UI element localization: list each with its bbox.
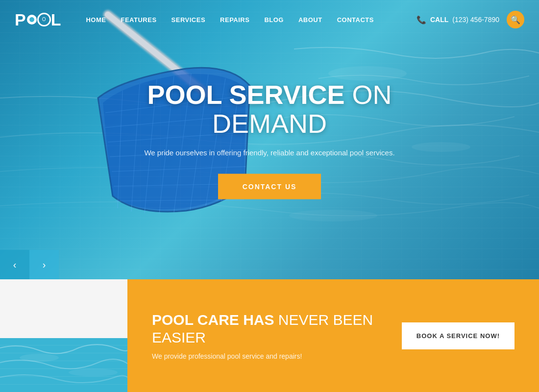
nav-home[interactable]: HOME — [86, 16, 106, 24]
hero-title: POOL SERVICE ON DEMAND — [98, 80, 441, 139]
logo[interactable]: POL — [15, 10, 61, 29]
bottom-heading-bold: POOL CARE HAS — [152, 312, 274, 328]
bottom-subtext: We provide professional pool service and… — [152, 352, 382, 360]
nav-blog[interactable]: BLOG — [264, 16, 284, 24]
nav-about[interactable]: ABOUT — [298, 16, 322, 24]
pool-water-thumbnail — [0, 338, 127, 392]
hero-title-bold: POOL SERVICE — [147, 80, 344, 109]
prev-slide-button[interactable]: ‹ — [0, 250, 29, 279]
svg-point-22 — [69, 368, 118, 376]
phone-section: 📞 CALL (123) 456-7890 — [416, 15, 499, 24]
nav-contacts[interactable]: CONTACTS — [337, 16, 374, 24]
search-icon: 🔍 — [511, 15, 520, 24]
main-nav: HOME FEATURES SERVICES REPAIRS BLOG ABOU… — [86, 16, 416, 24]
svg-point-21 — [20, 354, 59, 362]
header-right: 📞 CALL (123) 456-7890 🔍 — [416, 11, 524, 28]
svg-rect-20 — [0, 338, 127, 392]
next-slide-button[interactable]: › — [29, 250, 59, 279]
contact-us-button[interactable]: CONTACT US — [218, 173, 321, 199]
call-label: CALL — [430, 16, 448, 24]
nav-features[interactable]: FEATURES — [121, 16, 156, 24]
hero-section: POL HOME FEATURES SERVICES REPAIRS BLOG … — [0, 0, 539, 279]
phone-number: (123) 456-7890 — [452, 16, 499, 24]
bottom-left-panel — [0, 279, 127, 392]
hero-subtitle: We pride ourselves in offering friendly,… — [98, 148, 441, 156]
bottom-text-block: POOL CARE HAS NEVER BEEN EASIER We provi… — [152, 311, 382, 360]
bottom-right-panel: POOL CARE HAS NEVER BEEN EASIER We provi… — [127, 279, 539, 392]
slider-controls: ‹ › — [0, 250, 59, 279]
search-button[interactable]: 🔍 — [507, 11, 524, 28]
hero-content: POOL SERVICE ON DEMAND We pride ourselve… — [98, 80, 441, 199]
bottom-left-white — [0, 279, 127, 338]
bottom-section: POOL CARE HAS NEVER BEEN EASIER We provi… — [0, 279, 539, 392]
bottom-heading: POOL CARE HAS NEVER BEEN EASIER — [152, 311, 382, 346]
header: POL HOME FEATURES SERVICES REPAIRS BLOG … — [0, 0, 539, 39]
nav-repairs[interactable]: REPAIRS — [220, 16, 249, 24]
phone-icon: 📞 — [416, 15, 426, 24]
book-service-button[interactable]: BOOK A SERVICE NOW! — [402, 322, 514, 349]
nav-services[interactable]: SERVICES — [172, 16, 206, 24]
